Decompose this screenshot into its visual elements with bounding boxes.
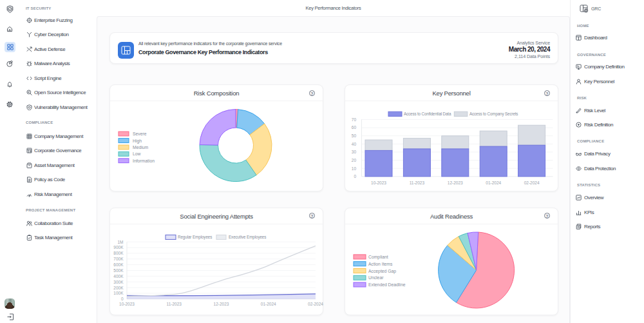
svg-text:300K: 300K (113, 279, 124, 284)
svg-text:High: High (133, 139, 142, 144)
svg-text:Information: Information (133, 159, 155, 163)
svg-text:40: 40 (352, 142, 357, 146)
svg-text:1M: 1M (117, 239, 123, 244)
svg-text:Access to Company Secrets: Access to Company Secrets (469, 112, 518, 117)
svg-text:10-2023: 10-2023 (371, 181, 386, 185)
svg-text:Regular Employees: Regular Employees (178, 235, 212, 240)
svg-text:01-2024: 01-2024 (486, 181, 501, 185)
svg-text:Executive Employees: Executive Employees (229, 235, 266, 240)
svg-text:800K: 800K (113, 251, 124, 255)
svg-text:200K: 200K (113, 285, 124, 289)
svg-text:50: 50 (352, 133, 357, 138)
svg-text:11-2023: 11-2023 (167, 301, 182, 306)
svg-text:Severe: Severe (133, 132, 147, 136)
svg-text:700K: 700K (113, 257, 124, 261)
svg-text:30: 30 (352, 150, 357, 154)
svg-text:12-2023: 12-2023 (214, 301, 229, 306)
svg-text:0: 0 (354, 174, 356, 179)
svg-text:900K: 900K (113, 245, 124, 250)
svg-text:Accepted Gap: Accepted Gap (368, 268, 396, 273)
svg-text:600K: 600K (113, 262, 124, 267)
svg-text:70: 70 (352, 117, 357, 122)
svg-text:Unclear: Unclear (368, 275, 384, 280)
svg-text:500K: 500K (113, 268, 124, 272)
svg-text:Low: Low (133, 152, 141, 156)
svg-text:Action Items: Action Items (368, 261, 393, 266)
svg-text:400K: 400K (113, 273, 124, 278)
svg-text:100K: 100K (113, 291, 124, 295)
svg-text:Access to Confidential Data: Access to Confidential Data (404, 112, 451, 116)
svg-text:12-2023: 12-2023 (448, 181, 463, 185)
svg-text:20: 20 (352, 158, 357, 162)
svg-text:02-2024: 02-2024 (524, 181, 540, 185)
svg-text:02-2024: 02-2024 (308, 301, 323, 306)
svg-text:Extended Deadline: Extended Deadline (368, 282, 406, 287)
svg-text:11-2023: 11-2023 (410, 181, 425, 185)
svg-text:60: 60 (352, 125, 357, 130)
svg-text:Medium: Medium (133, 145, 149, 150)
svg-text:10-2023: 10-2023 (119, 301, 135, 306)
svg-text:10: 10 (352, 166, 357, 171)
svg-text:0: 0 (121, 297, 124, 301)
svg-text:01-2024: 01-2024 (261, 301, 276, 306)
svg-text:Compliant: Compliant (368, 255, 388, 260)
